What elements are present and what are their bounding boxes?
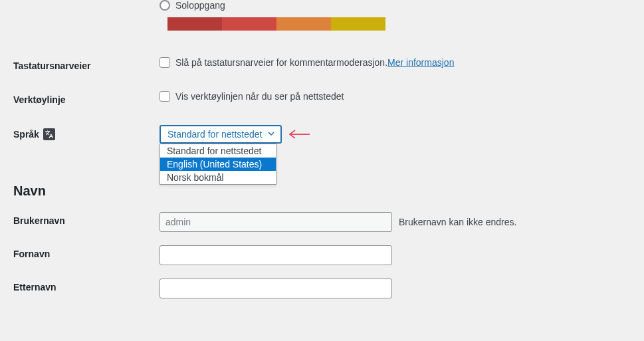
toolbar-checkbox[interactable]	[160, 91, 170, 102]
language-option-english-us[interactable]: English (United States)	[160, 158, 276, 171]
more-info-link[interactable]: Mer informasjon	[387, 57, 454, 68]
username-hint: Brukernavn kan ikke endres.	[399, 217, 516, 227]
color-scheme-option[interactable]: Soloppgang	[160, 0, 631, 11]
section-name-heading: Navn	[13, 183, 631, 199]
toolbar-text: Vis verktøylinjen når du ser på nettsted…	[175, 91, 344, 102]
chevron-down-icon	[267, 129, 275, 140]
firstname-label: Fornavn	[13, 245, 160, 259]
username-label: Brukernavn	[13, 212, 160, 226]
language-selected-value: Standard for nettstedet	[167, 129, 262, 140]
lastname-input[interactable]	[160, 279, 392, 298]
swatch-2	[222, 17, 276, 31]
radio-icon	[160, 0, 170, 11]
language-select[interactable]: Standard for nettstedet	[160, 125, 282, 144]
swatch-1	[167, 17, 222, 31]
toolbar-label: Verktøylinje	[13, 91, 160, 105]
color-scheme-label: Soloppgang	[175, 0, 225, 11]
translate-icon	[43, 128, 55, 140]
firstname-input[interactable]	[160, 245, 392, 265]
language-option-norsk[interactable]: Norsk bokmål	[160, 171, 276, 184]
language-label: Språk	[13, 129, 39, 140]
color-swatches	[167, 17, 631, 31]
lastname-label: Etternavn	[13, 279, 160, 292]
keyboard-shortcuts-checkbox[interactable]	[160, 57, 170, 68]
arrow-annotation-icon	[286, 128, 310, 144]
swatch-3	[276, 17, 331, 31]
keyboard-shortcuts-text: Slå på tastatursnarveier for kommentarmo…	[175, 57, 387, 68]
language-option-site-default[interactable]: Standard for nettstedet	[160, 144, 276, 158]
keyboard-shortcuts-label: Tastatursnarveier	[13, 57, 160, 71]
language-dropdown: Standard for nettstedet English (United …	[160, 144, 276, 185]
username-input	[160, 212, 392, 232]
swatch-4	[331, 17, 385, 31]
